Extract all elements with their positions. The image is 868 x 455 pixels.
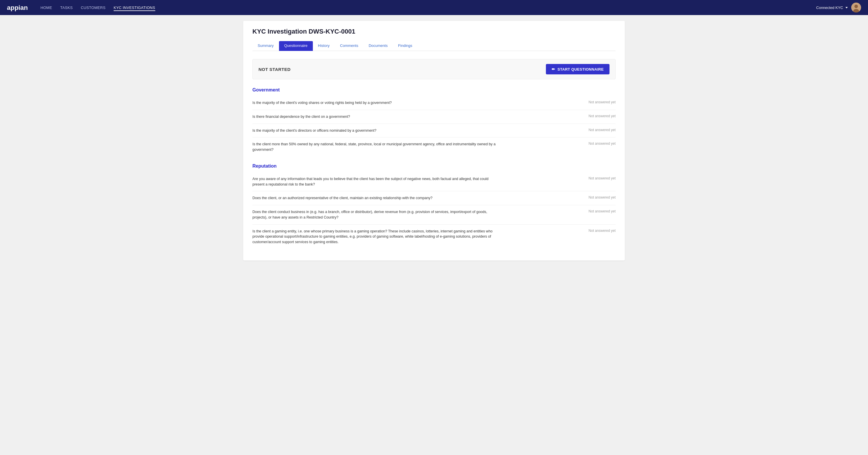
status-text: NOT STARTED [258,67,290,72]
table-row: Does the client conduct business in (e.g… [252,205,616,225]
pencil-icon: ✏ [552,67,555,72]
nav-links: HOME TASKS CUSTOMERS KYC INVESTIGATIONS [40,4,807,11]
question-answer: Not answered yet [581,195,616,199]
nav-tasks[interactable]: TASKS [60,4,72,11]
question-answer: Not answered yet [581,209,616,213]
user-menu-chevron-icon [845,7,848,8]
question-text: Is the majority of the client's director… [252,128,501,134]
avatar[interactable] [851,3,861,12]
question-answer: Not answered yet [581,176,616,180]
question-answer: Not answered yet [581,142,616,146]
appian-logo[interactable]: appian [7,3,31,11]
user-menu[interactable]: Connected KYC [816,5,848,10]
question-text: Is the client a gaming entity, i.e. one … [252,229,501,245]
reputation-heading: Reputation [252,164,616,169]
question-text: Is the majority of the client's voting s… [252,100,501,106]
tab-questionnaire[interactable]: Questionnaire [279,41,313,51]
question-text: Does the client conduct business in (e.g… [252,209,501,220]
tab-findings[interactable]: Findings [393,41,417,51]
tab-comments[interactable]: Comments [335,41,364,51]
question-answer: Not answered yet [581,114,616,118]
question-answer: Not answered yet [581,100,616,104]
nav-kyc-investigations[interactable]: KYC INVESTIGATIONS [114,4,155,11]
question-answer: Not answered yet [581,229,616,233]
content-area: KYC Investigation DWS-KYC-0001 Summary Q… [231,15,637,266]
tab-history[interactable]: History [313,41,335,51]
question-text: Is the client more than 50% owned by any… [252,142,501,152]
reputation-section: Reputation Are you aware of any informat… [252,164,616,249]
nav-customers[interactable]: CUSTOMERS [81,4,105,11]
table-row: Does the client, or an authorized repres… [252,191,616,205]
svg-point-2 [855,5,858,8]
question-text: Does the client, or an authorized repres… [252,195,501,201]
tab-documents[interactable]: Documents [364,41,393,51]
tabs: Summary Questionnaire History Comments D… [252,41,616,51]
table-row: Is the majority of the client's voting s… [252,96,616,110]
start-questionnaire-button[interactable]: ✏ START QUESTIONNAIRE [546,64,610,75]
page-card: KYC Investigation DWS-KYC-0001 Summary Q… [243,21,625,260]
nav-home[interactable]: HOME [40,4,52,11]
table-row: Is the majority of the client's director… [252,124,616,138]
table-row: Is the client a gaming entity, i.e. one … [252,225,616,249]
table-row: Is there financial dependence by the cli… [252,110,616,124]
tab-summary[interactable]: Summary [252,41,279,51]
navbar-right: Connected KYC [816,3,861,12]
svg-text:appian: appian [7,4,28,11]
government-section: Government Is the majority of the client… [252,87,616,157]
question-answer: Not answered yet [581,128,616,132]
question-text: Is there financial dependence by the cli… [252,114,501,119]
page-title: KYC Investigation DWS-KYC-0001 [252,28,616,35]
status-bar: NOT STARTED ✏ START QUESTIONNAIRE [252,59,616,79]
government-heading: Government [252,87,616,93]
table-row: Is the client more than 50% owned by any… [252,138,616,157]
question-text: Are you aware of any information that le… [252,176,501,187]
table-row: Are you aware of any information that le… [252,172,616,192]
navbar: appian HOME TASKS CUSTOMERS KYC INVESTIG… [0,0,868,15]
